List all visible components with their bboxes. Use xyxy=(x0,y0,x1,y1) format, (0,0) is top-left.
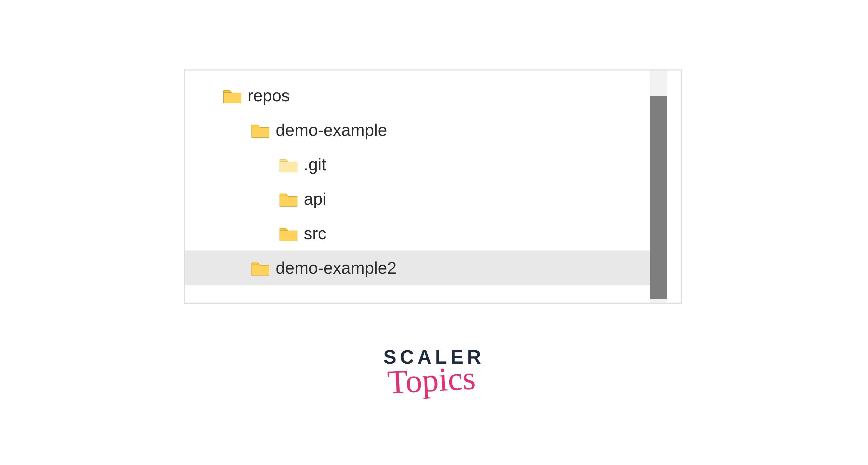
tree-row[interactable]: .git xyxy=(185,147,650,182)
tree-row-label: src xyxy=(304,224,326,243)
tree-row-label: .git xyxy=(304,155,326,174)
brand-logo: SCALER Topics xyxy=(0,347,868,395)
folder-icon xyxy=(279,226,298,241)
folder-icon xyxy=(251,260,270,276)
tree-row[interactable]: api xyxy=(185,182,650,216)
tree-row-label: repos xyxy=(248,86,290,105)
tree-row[interactable]: src xyxy=(185,216,650,250)
tree-row-label: api xyxy=(304,189,326,209)
folder-icon xyxy=(251,122,270,137)
scrollbar[interactable] xyxy=(650,70,681,303)
tree-row[interactable]: repos xyxy=(185,78,650,113)
folder-icon xyxy=(279,191,298,207)
tree-row[interactable]: demo-example xyxy=(185,113,650,147)
tree-row-label: demo-example xyxy=(276,120,387,140)
tree-row-label: demo-example2 xyxy=(276,258,397,278)
tree-row[interactable]: demo-example2 xyxy=(185,250,650,285)
file-tree-panel: repos demo-example .gi xyxy=(184,69,682,304)
file-tree[interactable]: repos demo-example .gi xyxy=(185,70,650,303)
folder-icon xyxy=(223,88,242,103)
folder-icon-light xyxy=(279,157,298,172)
scrollbar-thumb[interactable] xyxy=(650,96,667,299)
